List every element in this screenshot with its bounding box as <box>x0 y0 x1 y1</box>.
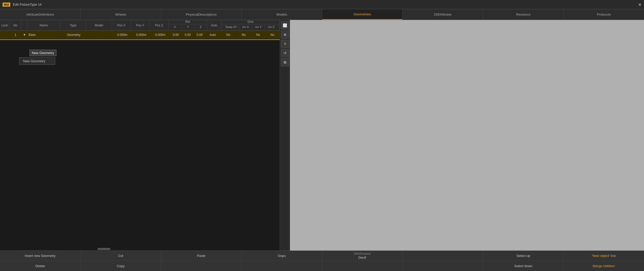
rot-sub-headers: X Y Z <box>169 25 207 29</box>
cell-posx: 0.000m <box>113 31 132 39</box>
copy-button[interactable]: Copy <box>81 261 161 271</box>
cell-rotz: 0.00 <box>194 31 206 39</box>
context-menu: New Geometry <box>19 57 55 65</box>
tooltip-new-geometry: New Geometry <box>30 50 56 56</box>
select-down-button[interactable]: Select down <box>483 261 564 271</box>
col-invy: Inv Y <box>252 25 265 29</box>
empty-btn-3 <box>242 261 322 271</box>
col-arr <box>21 20 27 30</box>
tab-dmxmodes[interactable]: DMXModes <box>403 9 483 20</box>
insert-new-geometry-button[interactable]: Insert new Geometry <box>0 251 81 261</box>
cell-swapxy: No <box>220 31 237 39</box>
bottom-row-2: Delete Copy Select down Merge children <box>0 261 644 271</box>
tab-attributedefinitions[interactable]: AttributeDefinitions <box>0 9 81 20</box>
geometry-table-panel: Lock No Name Type Model Pos X Pos Y Pos … <box>0 20 280 251</box>
close-button[interactable]: ✕ <box>638 2 641 7</box>
oops-button[interactable]: Oops <box>242 251 322 261</box>
screen-icon[interactable]: ⬜ <box>281 21 289 29</box>
globe-icon[interactable]: ⊕ <box>281 30 289 39</box>
empty-btn-5 <box>403 261 483 271</box>
cell-model <box>87 31 113 39</box>
col-invx: Inv X <box>239 25 252 29</box>
col-posy: Pos Y <box>131 20 150 30</box>
col-rot-group: Rot X Y Z <box>169 20 207 30</box>
column-headers: Lock No Name Type Model Pos X Pos Y Pos … <box>0 20 280 31</box>
cell-auto: Auto <box>206 31 220 39</box>
titlebar: M|A Edit FixtureType 14 ✕ <box>0 0 644 9</box>
tabbar: AttributeDefinitions Wheels PhysicalDesc… <box>0 9 644 20</box>
paste-button[interactable]: Paste <box>161 251 242 261</box>
cut-button[interactable]: Cut <box>81 251 161 261</box>
col-rotx: X <box>169 25 181 29</box>
scale-icon[interactable]: ⊠ <box>281 58 289 66</box>
rot-group-label: Rot <box>169 20 207 24</box>
merge-children-button[interactable]: Merge children <box>564 261 644 271</box>
select-up-button[interactable]: Select up <box>483 251 564 261</box>
col-swapxy: Swap XY <box>223 25 239 29</box>
grid-sub-headers: Swap XY Inv X Inv Y Inv Z <box>223 25 278 29</box>
col-model: Model <box>86 20 112 30</box>
col-grid-group: Grid Swap XY Inv X Inv Y Inv Z <box>221 20 280 30</box>
tab-physicaldescriptions[interactable]: PhysicalDescriptions <box>161 9 242 20</box>
bottom-row-1: Insert new Geometry Cut Paste Oops DMXRe… <box>0 251 644 261</box>
col-invz: Inv Z <box>265 25 278 29</box>
col-posx: Pos X <box>112 20 131 30</box>
tab-geometries[interactable]: Geometries <box>322 9 403 20</box>
app-logo: M|A <box>3 3 10 7</box>
cell-name: Base <box>28 31 61 39</box>
new-object-line-button[interactable]: 'New object' line <box>564 251 644 261</box>
side-toolbar: ⬜ ⊕ ✛ ↺ ⊠ <box>280 20 290 251</box>
window-title: Edit FixtureType 14 <box>13 3 42 6</box>
col-posz: Pos Z <box>150 20 169 30</box>
scroll-handle[interactable] <box>97 248 110 250</box>
tab-wheels[interactable]: Wheels <box>81 9 161 20</box>
col-type: Type <box>60 20 86 30</box>
cell-invz: No <box>265 31 280 39</box>
col-lock: Lock <box>0 20 9 30</box>
cell-invx: No <box>237 31 251 39</box>
col-name: Name <box>27 20 60 30</box>
table-row[interactable]: 1 ▼ Base Geometry 0.000m 0.000m 0.000m 0… <box>0 31 280 39</box>
rotate-icon[interactable]: ↺ <box>281 49 289 57</box>
col-roty: Y <box>181 25 194 29</box>
cell-posz: 0.000m <box>151 31 170 39</box>
cell-invy: No <box>251 31 266 39</box>
delete-button[interactable]: Delete <box>0 261 81 271</box>
context-item-new-geometry[interactable]: New Geometry <box>19 58 55 65</box>
insert-position-indicator <box>0 39 280 40</box>
col-auto: Auto <box>207 20 221 30</box>
cell-lock <box>0 31 9 39</box>
col-rotz: Z <box>194 25 207 29</box>
col-no: No <box>9 20 21 30</box>
move-icon[interactable]: ✛ <box>281 40 289 48</box>
cell-rotx: 0.00 <box>170 31 182 39</box>
grid-group-label: Grid <box>221 20 279 24</box>
cell-type: Geometry <box>61 31 87 39</box>
cell-no: 1 <box>9 31 22 39</box>
dmxreadout-label: DMXReadout <box>354 252 371 255</box>
bottom-action-bar: Insert new Geometry Cut Paste Oops DMXRe… <box>0 251 644 271</box>
empty-btn-4 <box>322 261 403 271</box>
tab-protocols[interactable]: Protocols <box>564 9 644 20</box>
tab-models[interactable]: Models <box>242 9 322 20</box>
cell-arr[interactable]: ▼ <box>22 31 28 39</box>
3d-viewport[interactable] <box>290 20 644 251</box>
empty-btn-2 <box>161 261 242 271</box>
empty-btn-1 <box>403 251 483 261</box>
cell-roty: 0.00 <box>182 31 194 39</box>
tab-revisions[interactable]: Revisions <box>483 9 564 20</box>
dmxreadout-value: Dec8 <box>358 256 366 259</box>
cell-posy: 0.000m <box>132 31 151 39</box>
dmxreadout-area: DMXReadout Dec8 <box>322 251 403 261</box>
